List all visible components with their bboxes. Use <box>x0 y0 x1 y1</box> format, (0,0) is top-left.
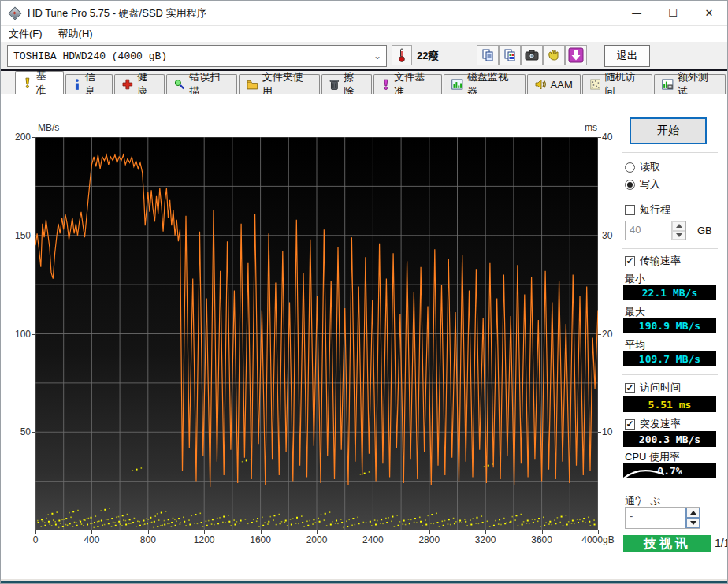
short-stroke-checkbox[interactable] <box>625 205 635 215</box>
page-indicator: 1/1 <box>715 537 728 549</box>
right-axis-tick: 10 <box>602 426 612 437</box>
left-axis-tick: 100 <box>4 329 31 340</box>
left-tick-mark <box>32 432 35 433</box>
x-axis-tick: 2400 <box>362 534 384 545</box>
stepper-down-icon[interactable] <box>672 231 685 240</box>
temperature-value: 22癈 <box>417 49 438 63</box>
tab-info[interactable]: 信息 <box>65 74 113 94</box>
access-time-checkbox[interactable]: ✓ <box>625 383 635 393</box>
x-axis-tick: 1600 <box>250 534 271 545</box>
camera-icon <box>525 50 539 61</box>
tab-disk-monitor[interactable]: 磁盘监视器 <box>444 74 525 94</box>
transfer-rate-row[interactable]: ✓ 传输速率 <box>625 254 681 268</box>
x-axis-tick: 2000 <box>306 534 328 545</box>
extra-up-icon[interactable] <box>686 508 700 518</box>
random-dots-icon <box>590 79 601 90</box>
maximize-icon[interactable]: ☐ <box>655 1 691 25</box>
capacity-value: 40 <box>626 221 671 240</box>
tab-erase[interactable]: 擦除 <box>321 74 371 94</box>
right-axis-title: ms <box>585 122 597 133</box>
tab-file-benchmark[interactable]: 文件基准 <box>373 74 443 94</box>
write-radio-label: 写入 <box>640 177 660 192</box>
app-icon <box>9 7 20 19</box>
avg-value: 109.7 MB/s <box>623 351 716 366</box>
access-time-value: 5.51 ms <box>623 396 716 412</box>
left-tick-mark <box>32 236 35 236</box>
capacity-stepper[interactable]: 40 <box>625 221 686 240</box>
transfer-rate-checkbox[interactable]: ✓ <box>625 256 635 266</box>
burst-rate-label: 突发速率 <box>640 417 681 431</box>
right-axis-tick: 40 <box>602 132 612 143</box>
copy-text-button[interactable] <box>477 45 499 65</box>
screenshot-button[interactable] <box>521 45 543 65</box>
copy-image-icon <box>503 49 517 62</box>
title-bar: HD Tune Pro 5.75 - 硬盘/SSD 实用程序 — ☐ ✕ <box>1 1 727 26</box>
left-axis-tick: 150 <box>4 230 31 241</box>
tab-extra-tests[interactable]: 额外测试 <box>654 74 726 94</box>
hand-icon <box>547 49 561 61</box>
tab-random-access[interactable]: 随机访问 <box>582 74 653 94</box>
extra-stepper[interactable]: - <box>625 507 700 529</box>
window-title: HD Tune Pro 5.75 - 硬盘/SSD 实用程序 <box>28 6 207 20</box>
x-tick-mark <box>91 530 92 534</box>
x-tick-mark <box>35 530 36 534</box>
copy-image-button[interactable] <box>499 45 521 65</box>
tab-error-scan[interactable]: 错误扫描 <box>166 74 237 94</box>
health-cross-icon <box>122 79 133 90</box>
x-tick-mark <box>542 530 543 534</box>
tab-bar: 基准 信息 健康 错误扫描 文件夹使用 擦除 文件基准 磁盘监视器 AAM 随机… <box>1 71 727 94</box>
x-axis-tick: 3600 <box>531 534 552 545</box>
x-axis-tick: 1200 <box>194 534 215 545</box>
read-radio-label: 读取 <box>640 160 660 174</box>
write-radio[interactable] <box>625 180 635 190</box>
minimize-icon[interactable]: — <box>618 1 655 25</box>
x-axis-tick: 2800 <box>418 534 440 545</box>
hd-tune-window: { "window": { "title": "HD Tune Pro 5.75… <box>0 0 728 584</box>
stepper-up-icon[interactable] <box>672 221 685 231</box>
extra-stepper-value: - <box>626 508 685 528</box>
tab-health[interactable]: 健康 <box>114 74 165 94</box>
x-tick-mark <box>429 530 430 534</box>
max-value: 190.9 MB/s <box>623 318 716 333</box>
temperature-button[interactable] <box>392 45 412 65</box>
drive-select-value: TOSHIBA HDWD240 (4000 gB) <box>8 50 369 62</box>
cpu-usage-box: 0.7% <box>623 463 716 478</box>
tab-benchmark[interactable]: 基准 <box>15 71 64 94</box>
tab-aam[interactable]: AAM <box>527 74 581 94</box>
extra-down-icon[interactable] <box>686 518 700 528</box>
tab-folder-usage[interactable]: 文件夹使用 <box>239 74 320 94</box>
start-button[interactable]: 开始 <box>630 117 707 144</box>
tab-label: AAM <box>551 79 573 91</box>
short-stroke-row[interactable]: 短行程 <box>625 203 670 217</box>
thermometer-icon <box>397 48 407 62</box>
update-download-button[interactable] <box>565 45 587 65</box>
info-icon <box>73 79 81 90</box>
exit-button[interactable]: 退出 <box>604 45 650 67</box>
short-stroke-label: 短行程 <box>640 203 670 217</box>
burst-rate-row[interactable]: ✓ 突发速率 <box>625 417 681 431</box>
close-icon[interactable]: ✕ <box>691 1 727 25</box>
toolbar: TOSHIBA HDWD240 (4000 gB) ⌄ 22癈 <box>1 42 727 71</box>
x-tick-mark <box>148 530 149 534</box>
benchmark-plot[interactable] <box>35 137 598 530</box>
x-axis-tick: 0 <box>33 534 39 545</box>
menu-file[interactable]: 文件(F) <box>1 27 50 41</box>
write-radio-row[interactable]: 写入 <box>625 177 660 192</box>
drive-select[interactable]: TOSHIBA HDWD240 (4000 gB) ⌄ <box>7 45 387 67</box>
speaker-icon <box>535 79 547 90</box>
bar-chart-icon <box>451 79 463 90</box>
save-results-button[interactable] <box>543 45 565 65</box>
access-time-row[interactable]: ✓ 访问时间 <box>625 381 681 395</box>
control-panel: 开始 读取 写入 短行程 40 GB ✓ 传输速率 最小 22.1 MB/s 最… <box>618 94 721 582</box>
tab-label: 基准 <box>36 69 56 97</box>
right-tick-mark <box>598 432 601 433</box>
download-arrow-icon <box>568 47 584 63</box>
read-radio-row[interactable]: 读取 <box>625 160 660 174</box>
right-axis-tick: 20 <box>602 329 612 340</box>
right-tick-mark <box>598 236 601 236</box>
read-radio[interactable] <box>625 162 635 173</box>
trash-icon <box>329 79 340 90</box>
menu-help[interactable]: 帮助(H) <box>50 27 101 41</box>
exclamation-icon <box>23 77 32 88</box>
burst-rate-checkbox[interactable]: ✓ <box>625 419 635 430</box>
